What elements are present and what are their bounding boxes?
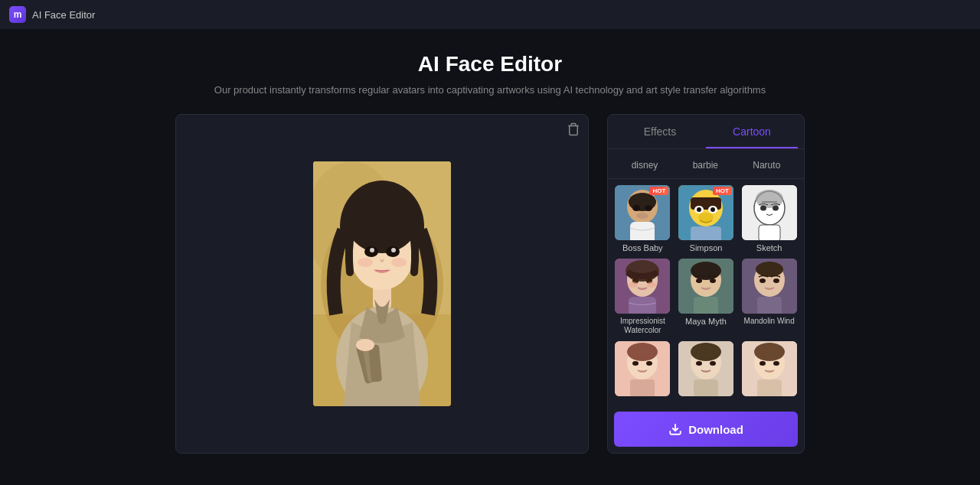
effect-thumbnail-maya bbox=[678, 259, 733, 314]
svg-point-61 bbox=[756, 262, 783, 277]
effect-row3-3[interactable] bbox=[740, 341, 798, 399]
main-content: AI Face Editor Our product instantly tra… bbox=[0, 29, 980, 469]
page-subtitle: Our product instantly transforms regular… bbox=[214, 84, 766, 96]
svg-point-25 bbox=[645, 205, 652, 211]
category-disney[interactable]: disney bbox=[626, 157, 665, 174]
image-panel bbox=[175, 114, 589, 454]
download-button[interactable]: Download bbox=[614, 412, 798, 447]
effect-label-mandolin: Mandolin Wind bbox=[744, 317, 795, 326]
svg-point-79 bbox=[754, 343, 785, 361]
svg-point-14 bbox=[391, 248, 396, 252]
effect-mandolin[interactable]: Mandolin Wind bbox=[740, 259, 798, 335]
svg-rect-82 bbox=[757, 379, 782, 396]
effect-thumbnail-simpson: HOT bbox=[678, 185, 733, 240]
svg-point-75 bbox=[710, 361, 716, 366]
tabs-row: Effects Cartoon bbox=[608, 115, 804, 149]
svg-point-16 bbox=[391, 258, 407, 267]
effect-boss-baby[interactable]: HOT Boss Baby bbox=[614, 185, 671, 252]
svg-point-68 bbox=[632, 361, 639, 366]
hot-badge-boss-baby: HOT bbox=[649, 187, 668, 195]
svg-point-51 bbox=[647, 282, 656, 288]
svg-point-50 bbox=[629, 282, 638, 288]
hot-badge-simpson: HOT bbox=[713, 187, 732, 195]
app-logo: m bbox=[9, 6, 26, 23]
tab-cartoon[interactable]: Cartoon bbox=[706, 115, 798, 148]
svg-rect-10 bbox=[379, 196, 385, 211]
effect-row3-1[interactable] bbox=[614, 341, 671, 399]
svg-rect-44 bbox=[759, 225, 780, 240]
delete-button[interactable] bbox=[567, 122, 580, 139]
effect-impressionist[interactable]: Impressionist Watercolor bbox=[614, 259, 671, 335]
preview-image bbox=[313, 161, 451, 406]
svg-rect-37 bbox=[691, 226, 721, 240]
svg-point-57 bbox=[710, 278, 716, 283]
svg-point-35 bbox=[710, 207, 715, 212]
svg-point-56 bbox=[696, 278, 702, 283]
app-title: AI Face Editor bbox=[32, 9, 95, 21]
svg-point-63 bbox=[773, 278, 779, 283]
effect-label-boss-baby: Boss Baby bbox=[622, 243, 663, 252]
page-title: AI Face Editor bbox=[418, 52, 562, 76]
category-naruto[interactable]: Naruto bbox=[746, 157, 786, 174]
svg-point-40 bbox=[756, 190, 783, 208]
svg-rect-58 bbox=[694, 297, 718, 314]
effect-simpson[interactable]: HOT bbox=[678, 185, 735, 252]
category-barbie[interactable]: barbie bbox=[687, 157, 724, 174]
effect-label-simpson: Simpson bbox=[690, 243, 723, 252]
title-bar: m AI Face Editor bbox=[0, 0, 980, 29]
svg-point-13 bbox=[370, 248, 374, 252]
effects-panel: Effects Cartoon disney barbie Naruto HOT bbox=[607, 114, 805, 454]
svg-point-81 bbox=[773, 361, 779, 366]
effect-sketch[interactable]: Sketch bbox=[740, 185, 798, 252]
effect-thumbnail-boss-baby: HOT bbox=[615, 185, 670, 240]
effect-label-maya: Maya Myth bbox=[685, 317, 727, 326]
svg-point-24 bbox=[632, 205, 640, 211]
svg-point-43 bbox=[773, 206, 779, 211]
effect-label-impressionist: Impressionist Watercolor bbox=[614, 317, 671, 335]
effects-grid: HOT Boss Baby bbox=[608, 179, 804, 405]
svg-rect-27 bbox=[630, 222, 655, 240]
content-area: Effects Cartoon disney barbie Naruto HOT bbox=[61, 114, 919, 454]
svg-point-67 bbox=[627, 343, 658, 361]
svg-rect-64 bbox=[757, 297, 782, 314]
effect-thumbnail-row3-3 bbox=[742, 341, 797, 396]
svg-point-73 bbox=[691, 343, 721, 361]
effect-thumbnail-row3-1 bbox=[615, 341, 670, 396]
svg-point-15 bbox=[358, 258, 373, 267]
svg-rect-76 bbox=[694, 379, 718, 396]
effect-thumbnail-row3-2 bbox=[678, 341, 733, 396]
download-label: Download bbox=[688, 423, 743, 436]
svg-point-26 bbox=[636, 213, 648, 219]
category-tabs: disney barbie Naruto bbox=[608, 149, 804, 179]
download-icon bbox=[668, 422, 682, 436]
svg-point-55 bbox=[691, 262, 721, 280]
effect-thumbnail-mandolin bbox=[742, 259, 797, 314]
svg-point-74 bbox=[696, 361, 702, 366]
effect-maya[interactable]: Maya Myth bbox=[678, 259, 735, 335]
effect-thumbnail-sketch bbox=[742, 185, 797, 240]
svg-point-34 bbox=[697, 207, 701, 212]
svg-point-80 bbox=[760, 361, 766, 366]
svg-point-20 bbox=[356, 339, 374, 351]
svg-rect-70 bbox=[630, 379, 655, 396]
tab-effects[interactable]: Effects bbox=[614, 115, 706, 148]
effect-thumbnail-impressionist bbox=[615, 259, 670, 314]
effect-label-sketch: Sketch bbox=[756, 243, 782, 252]
effect-row3-2[interactable] bbox=[678, 341, 735, 399]
svg-point-62 bbox=[760, 278, 766, 283]
svg-point-42 bbox=[760, 206, 766, 211]
svg-point-69 bbox=[646, 361, 652, 366]
